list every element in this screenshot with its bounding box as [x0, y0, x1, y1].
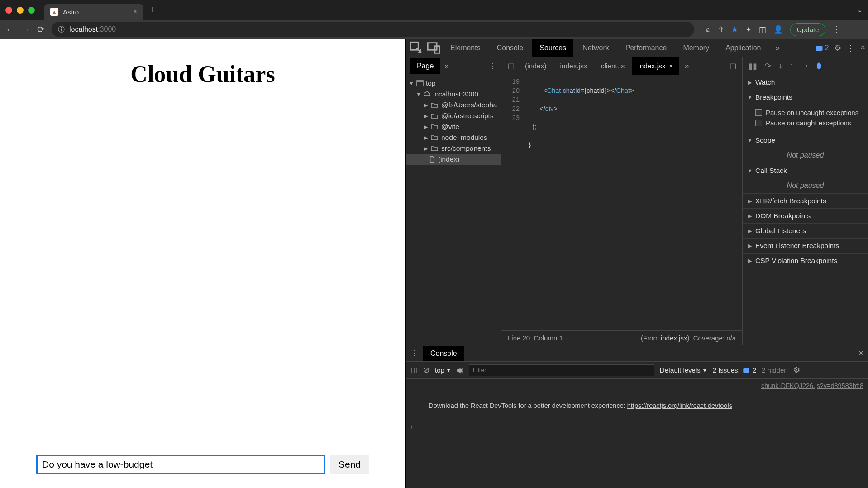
forward-button[interactable]: →	[21, 24, 30, 35]
back-button[interactable]: ←	[5, 24, 14, 35]
console-filter-input[interactable]	[469, 364, 654, 376]
devtools-settings-icon[interactable]: ⚙	[834, 43, 841, 53]
inspect-element-icon[interactable]	[409, 40, 424, 56]
folder-icon	[431, 124, 439, 130]
devtools-tab-performance[interactable]: Performance	[618, 39, 674, 57]
side-panel-icon[interactable]: ◫	[759, 25, 766, 34]
console-settings-icon[interactable]: ⚙	[793, 365, 800, 375]
toggle-navigator-icon[interactable]: ◫	[504, 62, 518, 70]
pause-uncaught-checkbox[interactable]: Pause on uncaught exceptions	[755, 107, 862, 118]
devtools-panel: Elements Console Sources Network Perform…	[405, 39, 868, 488]
site-info-icon[interactable]: ⓘ	[58, 25, 65, 34]
log-source-link[interactable]: chunk-DFKQJ226.js?v=d89583bf:8	[410, 381, 863, 391]
devtools-tab-application[interactable]: Application	[718, 39, 768, 57]
scope-section[interactable]: ▼Scope	[743, 133, 868, 148]
bookmark-icon[interactable]: ★	[731, 25, 738, 34]
console-close-icon[interactable]: ×	[858, 349, 863, 358]
tree-host[interactable]: ▼ localhost:3000	[406, 89, 501, 100]
zoom-icon[interactable]: ⌕	[706, 25, 711, 34]
maximize-window-button[interactable]	[28, 7, 35, 14]
tabs-dropdown-icon[interactable]: ⌄	[857, 6, 863, 14]
xhr-breakpoints-section[interactable]: ▶XHR/fetch Breakpoints	[743, 194, 868, 208]
live-expression-icon[interactable]: ◉	[457, 365, 463, 375]
devtools-close-icon[interactable]: ×	[860, 43, 865, 53]
navigator-menu-icon[interactable]: ⋮	[489, 62, 496, 70]
svg-rect-3	[816, 46, 822, 51]
tree-folder[interactable]: ▶ src/components	[406, 143, 501, 154]
dom-breakpoints-section[interactable]: ▶DOM Breakpoints	[743, 209, 868, 223]
global-listeners-section[interactable]: ▶Global Listeners	[743, 224, 868, 238]
step-into-icon[interactable]: ↓	[778, 61, 782, 71]
devtools-tab-network[interactable]: Network	[575, 39, 616, 57]
toggle-debugger-icon[interactable]: ◫	[726, 62, 739, 70]
close-window-button[interactable]	[5, 7, 12, 14]
chat-input[interactable]	[36, 455, 325, 474]
devtools-tab-elements[interactable]: Elements	[443, 39, 488, 57]
editor-tab[interactable]: (index)	[519, 57, 553, 75]
devtools-tab-console[interactable]: Console	[490, 39, 531, 57]
source-map-link[interactable]: index.jsx	[661, 334, 687, 342]
tree-file[interactable]: (index)	[406, 154, 501, 165]
tree-folder[interactable]: ▶ @fs/Users/stepha	[406, 100, 501, 110]
console-prompt[interactable]: ›	[410, 423, 863, 431]
code-lines: <Chat chatId={chatId}></Chat> </div> ); …	[524, 75, 634, 330]
pause-caught-checkbox[interactable]: Pause on caught exceptions	[755, 118, 862, 128]
console-context[interactable]: top ▼	[435, 366, 451, 374]
step-over-icon[interactable]: ↷	[764, 61, 771, 71]
editor-tab-active[interactable]: index.jsx ×	[632, 57, 679, 75]
devtools-tabbar: Elements Console Sources Network Perform…	[406, 39, 868, 57]
toggle-sidebar-icon[interactable]: ◫	[410, 365, 418, 375]
close-tab-icon[interactable]: ×	[133, 8, 137, 16]
tree-top[interactable]: ▼ top	[406, 78, 501, 89]
console-menu-icon[interactable]: ⋮	[410, 349, 418, 358]
log-levels-dropdown[interactable]: Default levels ▼	[660, 366, 707, 374]
new-tab-button[interactable]: +	[150, 4, 156, 16]
tree-folder[interactable]: ▶ @id/astro:scripts	[406, 110, 501, 121]
tree-folder[interactable]: ▶ node_modules	[406, 132, 501, 143]
more-editor-tabs-icon[interactable]: »	[680, 62, 694, 70]
deactivate-breakpoints-icon[interactable]: ⬮	[816, 61, 821, 71]
navigator-tab-page[interactable]: Page	[410, 58, 440, 74]
pause-icon[interactable]: ▮▮	[748, 61, 757, 71]
address-bar[interactable]: ⓘ localhost:3000	[52, 22, 694, 37]
window-controls	[5, 7, 35, 14]
devtools-tab-memory[interactable]: Memory	[676, 39, 716, 57]
devtools-menu-icon[interactable]: ⋮	[847, 43, 855, 53]
profile-icon[interactable]: 👤	[773, 25, 783, 34]
tab-title: Astro	[63, 8, 129, 16]
share-icon[interactable]: ⇧	[718, 25, 724, 34]
minimize-window-button[interactable]	[17, 7, 24, 14]
update-button[interactable]: Update	[790, 23, 825, 36]
navigator-more-tabs-icon[interactable]: »	[444, 62, 448, 70]
browser-menu-icon[interactable]: ⋮	[833, 24, 841, 34]
breakpoints-section[interactable]: ▼Breakpoints	[743, 90, 868, 105]
log-link[interactable]: https://reactjs.org/link/react-devtools	[627, 402, 732, 409]
step-out-icon[interactable]: ↑	[790, 61, 794, 71]
issues-indicator[interactable]: 2	[815, 44, 829, 52]
extensions-icon[interactable]: ✦	[745, 25, 752, 34]
event-listener-breakpoints-section[interactable]: ▶Event Listener Breakpoints	[743, 239, 868, 253]
clear-console-icon[interactable]: ⊘	[423, 365, 429, 375]
step-icon[interactable]: →	[801, 61, 809, 71]
watch-section[interactable]: ▶Watch	[743, 75, 868, 90]
more-tabs-icon[interactable]: »	[770, 43, 785, 53]
line-gutter: 19 20 21 22 23	[501, 75, 524, 330]
reload-button[interactable]: ⟳	[36, 24, 45, 35]
hidden-count[interactable]: 2 hidden	[762, 366, 788, 374]
sources-navigator: Page » ⋮ ▼ top ▼ localhost:3000	[406, 57, 501, 345]
editor-tab[interactable]: index.jsx	[553, 57, 593, 75]
editor-tab[interactable]: client.ts	[595, 57, 631, 75]
send-button[interactable]: Send	[330, 455, 369, 474]
console-issues[interactable]: 2 Issues: 2	[713, 366, 756, 374]
devtools-tab-sources[interactable]: Sources	[532, 39, 573, 57]
browser-tab[interactable]: ▲ Astro ×	[44, 4, 143, 20]
console-tab[interactable]: Console	[423, 346, 464, 361]
close-editor-tab-icon[interactable]: ×	[669, 62, 673, 70]
csp-violation-breakpoints-section[interactable]: ▶CSP Violation Breakpoints	[743, 254, 868, 268]
call-stack-section[interactable]: ▼Call Stack	[743, 163, 868, 178]
code-editor[interactable]: 19 20 21 22 23 <Chat chatId={chatId}></C…	[501, 75, 742, 330]
cloud-icon	[424, 91, 431, 97]
console-output[interactable]: chunk-DFKQJ226.js?v=d89583bf:8 Download …	[406, 379, 868, 488]
tree-folder[interactable]: ▶ @vite	[406, 121, 501, 132]
device-toolbar-icon[interactable]	[426, 40, 441, 56]
